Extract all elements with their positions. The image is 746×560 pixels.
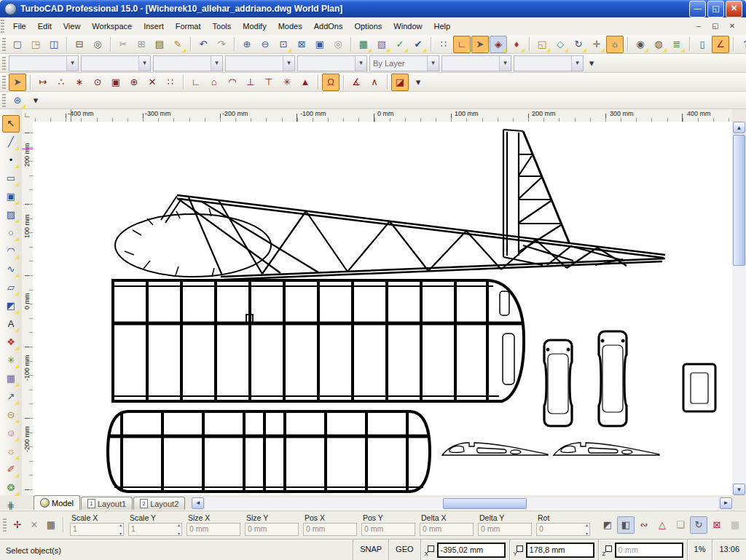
property-dropdown-4[interactable]: ▾ bbox=[225, 55, 295, 71]
menu-window[interactable]: Window bbox=[388, 19, 428, 33]
snap-grid-button[interactable]: ∷ bbox=[162, 74, 179, 91]
fill-tool[interactable]: ❖ bbox=[2, 334, 20, 351]
snap-center-button[interactable]: ⊙ bbox=[89, 74, 106, 91]
print-button[interactable]: ⊟ bbox=[71, 36, 88, 53]
edit-nodes-button[interactable]: ∾ bbox=[635, 516, 653, 534]
toolbar-grip[interactable] bbox=[2, 76, 6, 89]
pos-y-input[interactable]: 0 mm bbox=[361, 523, 415, 536]
property-dropdown-7[interactable]: ▾ bbox=[441, 55, 511, 71]
vertical-scrollbar[interactable]: ▲ ▼ bbox=[732, 122, 746, 495]
menu-workspace[interactable]: Workspace bbox=[86, 19, 138, 33]
scale-x-input[interactable]: 1 bbox=[70, 523, 124, 536]
zoom-extents-button[interactable]: ⊠ bbox=[293, 36, 310, 53]
snap-nearest-button[interactable]: ↦ bbox=[34, 74, 52, 91]
workplane-button[interactable]: ⊛ bbox=[9, 92, 26, 109]
zoom-previous-button[interactable]: ◎ bbox=[329, 36, 347, 53]
toolbar-overflow-button[interactable]: ▾ bbox=[586, 55, 597, 72]
circle-tool[interactable]: ○ bbox=[2, 224, 20, 242]
x-coordinate-input[interactable]: -395,02 mm bbox=[437, 543, 506, 558]
delta-y-input[interactable]: 0 mm bbox=[478, 523, 532, 536]
camera-target-button[interactable]: ◍ bbox=[650, 36, 667, 53]
menu-options[interactable]: Options bbox=[348, 19, 388, 33]
save-button[interactable]: ◫ bbox=[45, 36, 63, 53]
format-painter-button[interactable]: ✎ bbox=[169, 36, 186, 53]
disable-transform-button[interactable]: ⊠ bbox=[708, 516, 726, 534]
snap-face-button[interactable]: ⌂ bbox=[205, 74, 223, 91]
camera-position-button[interactable]: ◉ bbox=[632, 36, 649, 53]
doc-restore-button[interactable]: ◱ bbox=[710, 20, 721, 32]
pos-x-input[interactable]: 0 mm bbox=[303, 523, 357, 536]
deselect-button[interactable]: ✕ bbox=[26, 517, 42, 533]
toolbar-grip[interactable] bbox=[2, 57, 6, 70]
horizontal-ruler[interactable]: -400 mm-300 mm-200 mm-100 mm0 mm100 mm20… bbox=[33, 109, 732, 122]
orbit-view-button[interactable]: ↻ bbox=[570, 36, 587, 53]
pos-x[interactable]: Pos X0 mm bbox=[303, 513, 361, 536]
toolbar-overflow-button[interactable]: ▾ bbox=[409, 74, 427, 91]
animation-tool[interactable]: ❂ bbox=[2, 479, 20, 497]
degroup-button[interactable]: △ bbox=[653, 516, 671, 534]
size-x[interactable]: Size X0 mm bbox=[186, 513, 245, 536]
open-button[interactable]: ◳ bbox=[27, 36, 44, 53]
menu-insert[interactable]: Insert bbox=[138, 19, 170, 33]
chevron-down-icon[interactable]: ▾ bbox=[355, 56, 366, 71]
pen-width-dropdown[interactable]: By Layer▾ bbox=[369, 55, 439, 71]
pick-reference-button[interactable]: ◩ bbox=[599, 516, 616, 534]
menu-tools[interactable]: Tools bbox=[207, 19, 237, 33]
launch-tool[interactable]: ↗ bbox=[2, 388, 20, 406]
polygon-tool[interactable]: ▣ bbox=[2, 188, 20, 205]
rotate-handles-button[interactable]: ↻ bbox=[690, 516, 707, 534]
insert-picture-button[interactable]: ▦ bbox=[355, 36, 372, 53]
rot[interactable]: Rot0 bbox=[536, 513, 594, 536]
magnetic-point-button[interactable]: Ω bbox=[322, 74, 339, 91]
undo-button[interactable]: ↶ bbox=[195, 36, 212, 53]
arc-tool[interactable]: ◠ bbox=[2, 242, 20, 260]
array-tool[interactable]: ✳ bbox=[2, 352, 20, 369]
size-y[interactable]: Size Y0 mm bbox=[245, 513, 303, 536]
drawing-canvas[interactable] bbox=[33, 122, 732, 495]
selection-info-button[interactable]: ▦ bbox=[43, 517, 59, 533]
hatch-tool[interactable]: ▨ bbox=[2, 206, 20, 224]
scroll-up-button[interactable]: ▲ bbox=[733, 122, 745, 133]
grid-snap-button[interactable]: ∷ bbox=[435, 36, 452, 53]
markup-pen-button[interactable]: ✓ bbox=[391, 36, 409, 53]
spell-check-button[interactable]: ✔ bbox=[409, 36, 427, 53]
horizontal-scrollbar[interactable] bbox=[205, 497, 718, 510]
snap-perpendicular-button[interactable]: ∟ bbox=[187, 74, 205, 91]
snap-tangent-button[interactable]: ◠ bbox=[224, 74, 241, 91]
snap-selector-button[interactable]: ➤ bbox=[9, 74, 26, 91]
text-tool[interactable]: A bbox=[2, 315, 20, 333]
toolbar-grip[interactable] bbox=[3, 518, 7, 532]
tab-layout1[interactable]: 1Layout1 bbox=[81, 497, 133, 510]
menu-edit[interactable]: Edit bbox=[32, 19, 58, 33]
lock-tool[interactable]: ⊝ bbox=[2, 406, 20, 424]
camera-view-button[interactable]: ✛ bbox=[588, 36, 605, 53]
snap-vertex-button[interactable]: ∴ bbox=[52, 74, 70, 91]
snap-quadrant-button[interactable]: ▣ bbox=[107, 74, 125, 91]
chevron-down-icon[interactable]: ▾ bbox=[571, 56, 583, 71]
toolbar-grip[interactable] bbox=[2, 38, 6, 51]
zoom-out-button[interactable]: ⊖ bbox=[256, 36, 274, 53]
polar-angle-button[interactable]: ∧ bbox=[366, 74, 383, 91]
ortho-angle-button[interactable]: ∡ bbox=[348, 74, 365, 91]
title-bar[interactable]: TurboCAD Professional 15.0 - [Wicherek10… bbox=[0, 0, 746, 17]
y-coordinate-input[interactable]: 178,8 mm bbox=[526, 543, 594, 558]
toolbar-overflow-button[interactable]: ▾ bbox=[27, 92, 44, 109]
delta-y[interactable]: Delta Y0 mm bbox=[478, 513, 536, 536]
material-button[interactable]: ♦ bbox=[508, 36, 525, 53]
chevron-down-icon[interactable]: ▾ bbox=[499, 56, 511, 71]
cut-button[interactable]: ✂ bbox=[114, 36, 132, 53]
doc-close-button[interactable]: ✕ bbox=[726, 20, 738, 32]
actor-tool[interactable]: ☺ bbox=[2, 425, 20, 442]
paste-button[interactable]: ▤ bbox=[151, 36, 168, 53]
export-picture-button[interactable]: ▧ bbox=[373, 36, 390, 53]
delta-x-input[interactable]: 0 mm bbox=[420, 523, 474, 536]
redo-button[interactable]: ↷ bbox=[213, 36, 230, 53]
coordinate-system-button[interactable]: ∟ bbox=[453, 36, 471, 53]
menu-help[interactable]: Help bbox=[428, 19, 456, 33]
pos-y[interactable]: Pos Y0 mm bbox=[361, 513, 420, 536]
chevron-down-icon[interactable]: ▾ bbox=[283, 56, 294, 71]
vertical-ruler[interactable]: 200 mm100 mm0 mm-100 mm-200 mm bbox=[22, 122, 34, 495]
zoom-full-view-button[interactable]: ▣ bbox=[311, 36, 329, 53]
scroll-down-button[interactable]: ▼ bbox=[733, 484, 745, 495]
edit-selection-button[interactable]: ✢ bbox=[9, 517, 25, 533]
